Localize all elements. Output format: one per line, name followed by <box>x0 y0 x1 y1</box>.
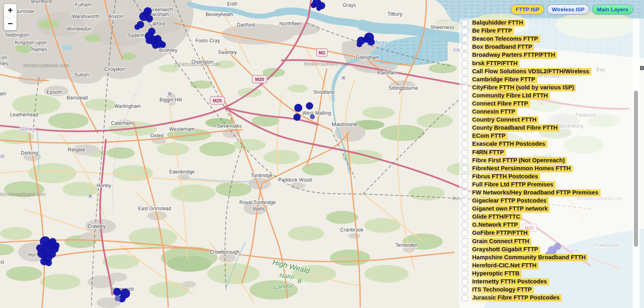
layer-label[interactable]: brsk FTTP/FTTH <box>471 60 520 67</box>
scrollbar-thumb[interactable] <box>634 91 638 247</box>
layer-label[interactable]: Hyperoptic FTTB <box>471 270 522 277</box>
layer-label[interactable]: Gigaclear FTTP Postcodes <box>471 197 549 205</box>
cluster-haywards-light[interactable] <box>115 296 120 301</box>
layer-checkbox[interactable] <box>462 287 468 293</box>
layer-checkbox[interactable] <box>462 271 468 277</box>
main-layers-button[interactable]: Main Layers <box>592 4 633 14</box>
watermark: thinkbroadband.com <box>304 61 349 67</box>
layer-label[interactable]: Giganet own FTTP network <box>471 205 550 213</box>
map-label: Maidstone <box>332 121 357 127</box>
layer-label[interactable]: Hampshire Community Broadband FTTH <box>471 254 588 261</box>
layer-checkbox[interactable] <box>462 76 468 83</box>
layer-row: Hereford-CIC.Net FTTH <box>459 262 644 270</box>
layer-label[interactable]: Internetty FTTH Postcodes <box>471 278 549 285</box>
layer-label[interactable]: Beacon Telecoms FTTP <box>471 35 540 43</box>
layer-label[interactable]: Glide FTTH/FTTC <box>471 213 522 221</box>
layer-checkbox[interactable] <box>462 133 468 139</box>
layer-checkbox[interactable] <box>462 85 468 91</box>
fttp-isp-button[interactable]: FTTP ISP <box>511 4 544 14</box>
layer-label[interactable]: CityFibre FTTH (sold by various ISP) <box>471 84 576 91</box>
map-label: Cranbrook <box>340 227 364 233</box>
layer-label[interactable]: Connexin FTTP <box>471 108 517 116</box>
layer-checkbox[interactable] <box>462 254 468 261</box>
layer-checkbox[interactable] <box>462 182 468 188</box>
layer-label[interactable]: Be Fibre FTTP <box>471 27 514 35</box>
layer-checkbox[interactable] <box>462 246 468 253</box>
layer-row: Box Broadband FTTP <box>459 43 644 51</box>
layer-row: FibreNest Persimmon Homes FTTH <box>459 165 644 173</box>
layer-label[interactable]: Connect Fibre FTTP <box>471 100 530 107</box>
wireless-isp-button[interactable]: Wireless ISP <box>547 4 589 14</box>
map-label: Thames <box>29 47 47 52</box>
layer-checkbox[interactable] <box>462 206 468 212</box>
layer-checkbox[interactable] <box>462 125 468 131</box>
layer-checkbox[interactable] <box>462 230 468 236</box>
map-label: Caterham <box>111 120 133 126</box>
layer-checkbox[interactable] <box>462 190 468 196</box>
layer-checkbox[interactable] <box>462 68 468 75</box>
layer-label[interactable]: County Broadband Fibre FTTH <box>471 124 559 132</box>
layer-label[interactable]: FibreNest Persimmon Homes FTTH <box>471 165 573 172</box>
layer-label[interactable]: ITS Technology FTTP <box>471 286 534 294</box>
layer-row: ECom FTTP <box>459 132 644 140</box>
layer-checkbox[interactable] <box>462 44 468 50</box>
map-label: Northfleet <box>279 21 301 27</box>
layer-label[interactable]: Call Flow Solutions VDSL2/FTTH/Wireless <box>471 68 591 75</box>
layer-row: Balquhidder FTTH <box>459 19 644 27</box>
layer-checkbox[interactable] <box>462 36 468 42</box>
map-label: Teddington <box>5 32 29 38</box>
map-label: ton-on- <box>0 55 9 60</box>
layer-row: CityFibre FTTH (sold by various ISP) <box>459 84 644 92</box>
layer-checkbox[interactable] <box>462 101 468 107</box>
layer-checkbox[interactable] <box>462 117 468 123</box>
layer-checkbox[interactable] <box>462 93 468 99</box>
layer-checkbox[interactable] <box>462 198 468 204</box>
map-label: East Grinstead <box>138 206 171 211</box>
layer-label[interactable]: Broadway Parters FTTP/FTTH <box>471 52 557 59</box>
layer-label[interactable]: Fibrus FTTH Postcodes <box>471 173 540 180</box>
layer-checkbox[interactable] <box>462 279 468 285</box>
layer-label[interactable]: F4RN FTTP <box>471 149 506 156</box>
layer-checkbox[interactable] <box>462 141 468 147</box>
map-app: thinkbroadband.comthinkbroadband.comthin… <box>0 0 644 308</box>
layer-label[interactable]: Jurassic Fibre FTTP Postcodes <box>471 294 561 302</box>
layer-label[interactable]: Hereford-CIC.Net FTTH <box>471 262 539 269</box>
layer-checkbox[interactable] <box>462 174 468 180</box>
layer-label[interactable]: FW Networks/Hey Broadband FTTP Premises <box>471 189 601 196</box>
layer-label[interactable]: Balquhidder FTTH <box>471 19 525 27</box>
layer-label[interactable]: Exascale FTTH Postcodes <box>471 141 547 148</box>
layer-checkbox[interactable] <box>462 222 468 228</box>
layer-checkbox[interactable] <box>462 60 468 67</box>
layer-row: G.Network FTTP <box>459 221 644 229</box>
layer-checkbox[interactable] <box>462 263 468 269</box>
layer-label[interactable]: GoFibre FTTP/FTTH <box>471 229 530 237</box>
layer-checkbox[interactable] <box>462 157 468 164</box>
layer-label[interactable]: Community Fibre Ltd FTTH <box>471 92 550 99</box>
map-label: B <box>297 277 301 284</box>
layer-checkbox[interactable] <box>462 214 468 220</box>
layer-checkbox[interactable] <box>462 109 468 115</box>
zoom-out-button[interactable]: − <box>4 17 17 30</box>
layer-row: Fibre First FTTP (Not Openreach) <box>459 157 644 165</box>
layer-checkbox[interactable] <box>462 20 468 26</box>
layer-checkbox[interactable] <box>462 165 468 172</box>
layer-row: Exascale FTTH Postcodes <box>459 140 644 148</box>
layer-checkbox[interactable] <box>462 52 468 58</box>
layer-label[interactable]: Country Connect FTTH <box>471 116 539 124</box>
layer-label[interactable]: Box Broadband FTTP <box>471 43 534 51</box>
layer-checkbox[interactable] <box>462 28 468 34</box>
layer-label[interactable]: Full Fibre Ltd FTTP Premises <box>471 181 555 188</box>
layer-checkbox[interactable] <box>462 295 468 301</box>
layer-label[interactable]: Grayshott Gigabit FTTP <box>471 246 540 253</box>
map-label: Sheerness <box>430 25 454 30</box>
layer-checkbox[interactable] <box>462 149 468 156</box>
layer-checkbox[interactable] <box>462 238 468 245</box>
zoom-in-button[interactable]: + <box>4 4 17 17</box>
layer-label[interactable]: Fibre First FTTP (Not Openreach) <box>471 157 567 164</box>
layer-label[interactable]: G.Network FTTP <box>471 221 520 229</box>
zoom-control: + − <box>4 4 17 30</box>
layer-label[interactable]: ECom FTTP <box>471 132 508 140</box>
layer-label[interactable]: Cambridge Fibre FTTP <box>471 76 537 83</box>
layer-label[interactable]: Grain Connect FTTH <box>471 238 531 245</box>
cluster-west-malling-light[interactable] <box>310 114 315 119</box>
